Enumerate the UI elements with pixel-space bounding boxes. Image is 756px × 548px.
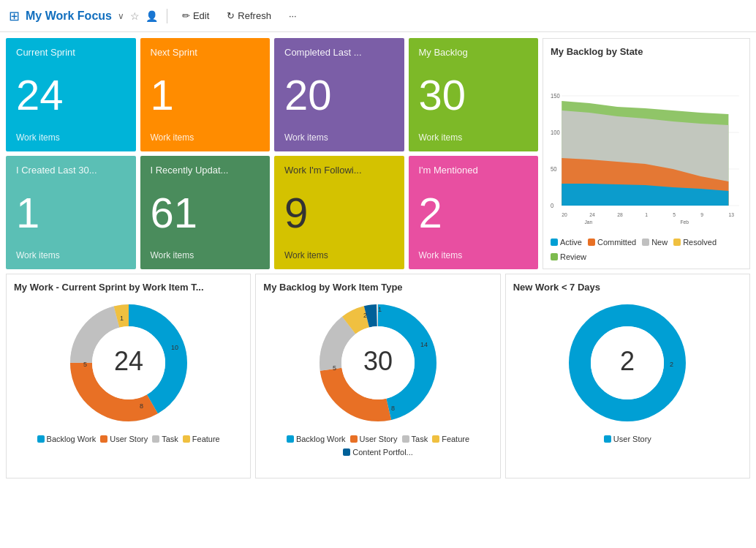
app-header: ⊞ My Work Focus ∨ ☆ 👤 ✏ Edit ↻ Refresh ·…: [0, 0, 756, 32]
tile-im-mentioned[interactable]: I'm Mentioned 2 Work items: [409, 156, 539, 269]
tile-number: 9: [284, 192, 394, 234]
legend-user-story: User Story: [100, 435, 148, 443]
svg-text:5: 5: [673, 211, 676, 218]
donut-chart: 2 2: [562, 297, 693, 429]
person-icon[interactable]: 👤: [145, 10, 158, 22]
refresh-label: Refresh: [238, 10, 271, 21]
tile-subtitle: Work items: [151, 250, 260, 260]
tile-work-following[interactable]: Work I'm Followi... 9 Work items: [274, 156, 404, 269]
donut-chart: 24 10 8 5 1: [63, 297, 194, 429]
legend-feature: Feature: [432, 435, 469, 443]
chart-legend: Active Committed New Resolved Review: [551, 238, 742, 261]
tile-my-backlog[interactable]: My Backlog 30 Work items: [409, 38, 539, 151]
svg-text:1: 1: [120, 315, 124, 322]
donut-legend: Backlog Work User Story Task Feature: [37, 435, 220, 443]
tile-title: Work I'm Followi...: [284, 165, 394, 176]
svg-text:150: 150: [551, 91, 560, 100]
svg-text:Feb: Feb: [680, 218, 689, 225]
svg-text:8: 8: [140, 402, 143, 410]
star-icon[interactable]: ☆: [130, 10, 140, 22]
legend-task: Task: [152, 435, 178, 443]
donut-wrap: 24 10 8 5 1 Backlog Work Us: [14, 297, 243, 443]
chart-new-work: New Work < 7 Days 2 2 User Story: [505, 274, 750, 478]
svg-text:2: 2: [670, 361, 673, 368]
tile-completed-last[interactable]: Completed Last ... 20 Work items: [274, 38, 404, 151]
separator: [167, 9, 167, 23]
svg-text:1: 1: [378, 306, 382, 313]
refresh-icon: ↻: [227, 10, 235, 21]
bottom-charts: My Work - Current Sprint by Work Item T.…: [6, 274, 750, 478]
legend-feature: Feature: [183, 435, 220, 443]
tile-i-created[interactable]: I Created Last 30... 1 Work items: [6, 156, 136, 269]
donut-chart: 30 14 8 5 2 1: [312, 297, 444, 429]
tile-title: I Recently Updat...: [151, 165, 260, 176]
chart-backlog-type: My Backlog by Work Item Type: [255, 274, 500, 478]
refresh-button[interactable]: ↻ Refresh: [221, 7, 277, 24]
svg-text:30: 30: [363, 346, 393, 376]
tile-next-sprint[interactable]: Next Sprint 1 Work items: [140, 38, 271, 151]
donut-legend: Backlog Work User Story Task Feature: [263, 435, 492, 457]
tile-number: 1: [16, 192, 126, 234]
donut-wrap: 2 2 User Story: [513, 297, 742, 443]
svg-text:24: 24: [114, 346, 143, 376]
svg-text:8: 8: [391, 405, 395, 412]
chart-title: My Backlog by Work Item Type: [263, 282, 492, 293]
svg-text:100: 100: [551, 128, 560, 136]
area-chart: 0 50 100 150: [551, 63, 742, 232]
svg-text:0: 0: [551, 201, 554, 209]
tile-number: 2: [419, 192, 529, 234]
legend-resolved: Resolved: [673, 238, 717, 247]
chart-title: My Work - Current Sprint by Work Item T.…: [14, 282, 243, 293]
svg-text:50: 50: [551, 165, 557, 173]
tile-title: Current Sprint: [16, 47, 126, 58]
tile-subtitle: Work items: [284, 132, 394, 143]
svg-text:5: 5: [83, 361, 87, 368]
legend-user-story: User Story: [604, 435, 651, 443]
tile-number: 20: [284, 74, 394, 116]
tile-title: My Backlog: [419, 47, 529, 58]
legend-backlog-work: Backlog Work: [287, 435, 346, 443]
legend-backlog-work: Backlog Work: [37, 435, 97, 443]
svg-text:10: 10: [171, 344, 178, 351]
legend-content-portfolio: Content Portfol...: [343, 448, 413, 457]
tiles-grid: Current Sprint 24 Work items Next Sprint…: [6, 38, 750, 269]
svg-text:5: 5: [333, 364, 336, 372]
tile-i-recently-updated[interactable]: I Recently Updat... 61 Work items: [140, 156, 271, 269]
svg-text:14: 14: [420, 341, 428, 348]
legend-new: New: [642, 238, 668, 247]
more-button[interactable]: ···: [283, 7, 303, 24]
tile-current-sprint[interactable]: Current Sprint 24 Work items: [6, 38, 136, 151]
svg-text:Jan: Jan: [584, 218, 592, 225]
tile-number: 61: [151, 192, 260, 234]
chevron-down-icon[interactable]: ∨: [118, 11, 124, 21]
donut-legend: User Story: [604, 435, 651, 443]
tile-title: Next Sprint: [151, 47, 260, 58]
tile-title: I Created Last 30...: [16, 165, 126, 176]
tile-subtitle: Work items: [284, 250, 394, 260]
edit-icon: ✏: [182, 10, 190, 21]
legend-task: Task: [402, 435, 428, 443]
chart-title: My Backlog by State: [551, 46, 742, 57]
tile-subtitle: Work items: [151, 132, 260, 143]
svg-text:2: 2: [620, 346, 635, 376]
tile-subtitle: Work items: [419, 250, 529, 260]
app-icon: ⊞: [9, 8, 20, 24]
svg-text:13: 13: [728, 211, 734, 218]
chart-title: New Work < 7 Days: [513, 282, 742, 293]
tile-subtitle: Work items: [16, 250, 126, 260]
edit-button[interactable]: ✏ Edit: [176, 7, 215, 24]
edit-label: Edit: [193, 10, 209, 21]
tile-subtitle: Work items: [16, 132, 126, 143]
legend-committed: Committed: [588, 238, 636, 247]
tile-title: I'm Mentioned: [419, 165, 529, 176]
legend-user-story: User Story: [350, 435, 398, 443]
page-title: My Work Focus: [26, 10, 112, 23]
legend-active: Active: [551, 238, 582, 247]
backlog-state-chart: My Backlog by State 0 50 100 150: [543, 38, 750, 269]
svg-text:28: 28: [617, 211, 623, 218]
donut-wrap: 30 14 8 5 2 1 Backlog Work U: [263, 297, 492, 457]
legend-review: Review: [551, 252, 586, 261]
tile-subtitle: Work items: [419, 132, 529, 143]
svg-text:1: 1: [645, 211, 648, 218]
main-content: Current Sprint 24 Work items Next Sprint…: [0, 32, 756, 484]
